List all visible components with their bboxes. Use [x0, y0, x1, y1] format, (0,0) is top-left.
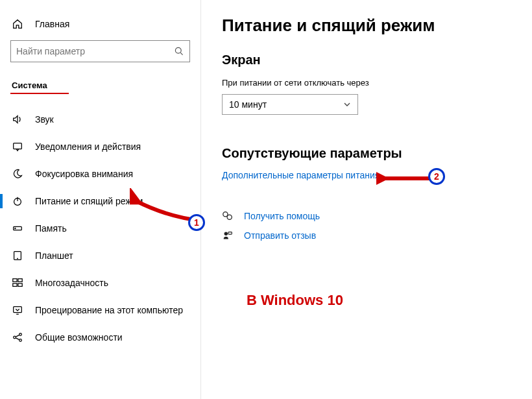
- nav-label: Уведомления и действия: [35, 141, 141, 152]
- annotation-text: В Windows 10: [247, 292, 343, 309]
- multitask-icon: [12, 277, 23, 289]
- sidebar: Главная Система Звук Уведомле: [0, 0, 201, 399]
- help-icon: [222, 210, 234, 222]
- search-field[interactable]: [16, 46, 174, 56]
- advanced-power-link[interactable]: Дополнительные параметры питания: [222, 170, 380, 180]
- nav-item-focus[interactable]: Фокусировка внимания: [0, 160, 190, 187]
- svg-rect-8: [13, 284, 17, 287]
- section-title: Система: [10, 80, 190, 90]
- nav-item-storage[interactable]: Память: [0, 215, 190, 242]
- home-label: Главная: [35, 19, 69, 29]
- svg-rect-7: [18, 279, 22, 282]
- svg-rect-17: [228, 232, 232, 235]
- svg-point-11: [14, 336, 16, 339]
- storage-icon: [12, 223, 23, 234]
- svg-rect-1: [14, 143, 22, 149]
- home-nav[interactable]: Главная: [10, 14, 190, 40]
- nav-label: Звук: [35, 114, 54, 125]
- tablet-icon: [12, 250, 23, 261]
- nav-item-projecting[interactable]: Проецирование на этот компьютер: [0, 296, 190, 324]
- help-section: Получить помощь Отправить отзыв: [222, 206, 511, 245]
- nav-item-sound[interactable]: Звук: [0, 106, 190, 133]
- annotation-underline: [10, 93, 69, 94]
- feedback-link[interactable]: Отправить отзыв: [244, 230, 316, 241]
- svg-rect-10: [14, 307, 22, 313]
- home-icon: [12, 18, 23, 30]
- nav-label: Память: [35, 223, 67, 234]
- search-input[interactable]: [10, 40, 190, 62]
- svg-point-4: [15, 228, 16, 228]
- feedback-row[interactable]: Отправить отзыв: [222, 226, 511, 245]
- related-section: Сопутствующие параметры Дополнительные п…: [222, 146, 511, 180]
- main-content: Питание и спящий режим Экран При питании…: [201, 0, 532, 399]
- nav-item-tablet[interactable]: Планшет: [0, 242, 190, 269]
- get-help-link[interactable]: Получить помощь: [244, 211, 320, 221]
- nav-label: Планшет: [35, 250, 73, 261]
- share-icon: [12, 332, 23, 343]
- svg-point-12: [19, 333, 22, 336]
- screen-off-dropdown[interactable]: 10 минут: [222, 94, 358, 115]
- power-icon: [12, 195, 23, 207]
- chevron-down-icon: [343, 101, 351, 108]
- screen-section-title: Экран: [222, 53, 511, 67]
- annotation-badge-1: 1: [188, 214, 205, 231]
- dropdown-value: 10 минут: [229, 99, 267, 110]
- svg-rect-9: [18, 284, 22, 287]
- notification-icon: [12, 141, 23, 152]
- nav-list: Звук Уведомления и действия Фокусировка …: [0, 106, 190, 351]
- svg-rect-6: [13, 279, 17, 282]
- project-icon: [12, 304, 23, 316]
- nav-item-multitasking[interactable]: Многозадачность: [0, 269, 190, 296]
- svg-point-0: [175, 47, 181, 53]
- search-icon: [174, 46, 184, 56]
- speaker-icon: [12, 114, 23, 125]
- feedback-icon: [222, 230, 234, 241]
- nav-item-notifications[interactable]: Уведомления и действия: [0, 133, 190, 160]
- svg-point-15: [227, 215, 232, 219]
- screen-off-label: При питании от сети отключать через: [222, 78, 511, 88]
- nav-label: Многозадачность: [35, 278, 108, 288]
- nav-item-shared[interactable]: Общие возможности: [0, 324, 190, 351]
- svg-point-16: [224, 232, 228, 236]
- page-title: Питание и спящий режим: [222, 16, 511, 36]
- nav-item-power[interactable]: Питание и спящий режим: [0, 187, 190, 215]
- annotation-badge-2: 2: [428, 168, 445, 185]
- related-title: Сопутствующие параметры: [222, 146, 511, 161]
- nav-label: Фокусировка внимания: [35, 169, 133, 179]
- moon-icon: [12, 168, 23, 180]
- get-help-row[interactable]: Получить помощь: [222, 206, 511, 226]
- nav-label: Питание и спящий режим: [35, 196, 143, 206]
- svg-point-13: [19, 339, 22, 342]
- nav-label: Проецирование на этот компьютер: [35, 305, 183, 315]
- svg-point-14: [223, 212, 228, 217]
- nav-label: Общие возможности: [35, 332, 123, 343]
